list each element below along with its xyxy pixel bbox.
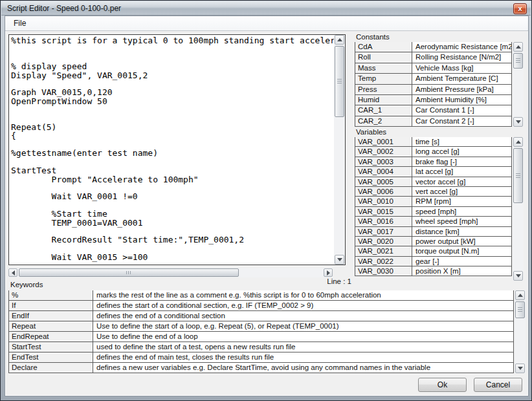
variable-row[interactable]: VAR_0016 wheel speed [mph] <box>355 216 512 226</box>
scroll-up-button[interactable] <box>335 35 344 45</box>
script-editor[interactable]: %this script is for a typical 0 to 100mp… <box>8 34 346 265</box>
constant-row[interactable]: Press Ambient Pressure [kPa] <box>355 84 512 95</box>
variable-name: VAR_0001 <box>355 137 412 146</box>
keyword-row[interactable]: Declare defines a new user variables e.g… <box>8 362 514 373</box>
constant-row[interactable]: Temp Ambient Temperature [C] <box>355 73 512 84</box>
constant-row[interactable]: CAR_1 Car Constant 1 [-] <box>355 105 512 116</box>
keyword-row[interactable]: EndIf defines the end of a conditional s… <box>8 310 514 321</box>
variable-row[interactable]: VAR_0030 position X [m] <box>355 266 512 276</box>
scroll-down-button[interactable] <box>515 363 525 373</box>
constant-name: Mass <box>355 63 412 73</box>
cancel-button[interactable]: Cancel <box>474 378 522 392</box>
variable-description: RPM [rpm] <box>412 197 511 206</box>
menu-file[interactable]: File <box>5 16 34 30</box>
constants-label: Constants <box>356 33 390 41</box>
variable-name: VAR_0002 <box>355 147 412 156</box>
keyword-description: used to define the start of a test, open… <box>93 342 513 352</box>
variable-row[interactable]: VAR_0010 RPM [rpm] <box>355 196 512 206</box>
keyword-row[interactable]: Repeat Use to define the start of a loop… <box>8 321 514 332</box>
titlebar[interactable]: Script Editor - Speed 0-100-0.per x <box>1 1 531 16</box>
variable-row[interactable]: VAR_0002 long accel [g] <box>355 146 512 157</box>
keywords-scroll-thumb[interactable] <box>515 301 525 318</box>
scroll-left-icon <box>12 270 15 276</box>
variable-name: VAR_0016 <box>355 217 412 226</box>
keyword-description: defines the end of main test, closes the… <box>93 352 513 362</box>
keyword-description: Use to define the end of a loop <box>93 332 513 341</box>
close-button[interactable]: x <box>513 3 527 14</box>
constant-name: CAR_1 <box>355 105 412 115</box>
variable-row[interactable]: VAR_0005 vector accel [g] <box>355 177 512 187</box>
constant-row[interactable]: Humid Ambient Humidity [%] <box>355 94 512 105</box>
scroll-up-icon <box>518 294 523 297</box>
scroll-up-button[interactable] <box>513 137 523 147</box>
scroll-right-button[interactable] <box>324 268 333 277</box>
variables-table: VAR_0001 time [s] VAR_0002 long accel [g… <box>355 137 512 281</box>
constant-description: Ambient Pressure [kPa] <box>412 85 511 94</box>
constant-row[interactable]: Roll Rolling Resistance [N/m2] <box>355 52 512 63</box>
scroll-right-icon <box>327 270 330 276</box>
constant-description: Vehicle Mass [kg] <box>412 63 511 73</box>
constants-scrollbar[interactable] <box>513 42 524 127</box>
variable-description: brake flag [-] <box>412 157 511 166</box>
constant-row[interactable]: CAR_2 Car Constant 2 [-] <box>355 116 512 127</box>
keyword-name: StartTest <box>9 342 93 352</box>
scroll-down-icon <box>337 258 342 261</box>
keyword-description: defines the end of a conditional section <box>93 311 513 321</box>
variables-scroll-thumb[interactable] <box>513 148 523 203</box>
variable-row[interactable]: VAR_0020 power output [kW] <box>355 236 512 246</box>
editor-hscroll-thumb[interactable] <box>19 268 239 277</box>
script-code[interactable]: %this script is for a typical 0 to 100mp… <box>9 35 334 265</box>
constant-row[interactable]: CdA Aerodynamic Resistance [m2] <box>355 42 512 52</box>
variable-description: position X [m] <box>412 266 511 276</box>
script-editor-window: Script Editor - Speed 0-100-0.per x File… <box>0 0 532 401</box>
constant-row[interactable]: Mass Vehicle Mass [kg] <box>355 63 512 74</box>
keyword-row[interactable]: % marks the rest of the line as a commen… <box>8 290 514 301</box>
keyword-name: EndIf <box>9 311 93 321</box>
scroll-down-button[interactable] <box>513 271 523 281</box>
variables-scrollbar[interactable] <box>513 137 524 281</box>
variable-row[interactable]: VAR_0021 torque output [N.m] <box>355 246 512 256</box>
variable-description: speed [mph] <box>412 207 511 216</box>
variable-description: time [s] <box>412 137 511 146</box>
keywords-label: Keywords <box>10 281 43 288</box>
scroll-down-icon <box>516 120 521 124</box>
editor-vertical-scrollbar[interactable] <box>334 35 345 265</box>
keyword-description: defines a new user variables e.g. Declar… <box>93 363 513 373</box>
ok-button[interactable]: Ok <box>418 378 467 392</box>
variable-name: VAR_0015 <box>355 207 412 216</box>
editor-horizontal-scrollbar[interactable] <box>8 268 333 277</box>
scroll-down-button[interactable] <box>513 117 523 127</box>
variable-description: vector accel [g] <box>412 177 511 186</box>
scroll-up-button[interactable] <box>513 42 523 52</box>
variable-description: power output [kW] <box>412 237 511 246</box>
constant-name: CdA <box>355 42 412 52</box>
constant-name: CAR_2 <box>355 116 412 126</box>
variable-row[interactable]: VAR_0006 vert accel [g] <box>355 186 512 197</box>
variable-description: gear [-] <box>412 257 511 266</box>
keyword-row[interactable]: EndTest defines the end of main test, cl… <box>8 352 514 363</box>
variable-row[interactable]: VAR_0003 brake flag [-] <box>355 157 512 167</box>
keywords-scrollbar[interactable] <box>515 290 526 373</box>
variable-row[interactable]: VAR_0001 time [s] <box>355 137 512 147</box>
variable-description: vert accel [g] <box>412 187 511 196</box>
keyword-description: marks the rest of the line as a comment … <box>93 290 513 300</box>
constant-description: Car Constant 1 [-] <box>412 105 511 115</box>
scroll-left-button[interactable] <box>8 268 17 277</box>
constants-scroll-thumb[interactable] <box>513 53 523 69</box>
variable-row[interactable]: VAR_0015 speed [mph] <box>355 206 512 217</box>
editor-vscroll-thumb[interactable] <box>335 46 344 117</box>
variable-name: VAR_0003 <box>355 157 412 166</box>
keyword-row[interactable]: EndRepeat Use to define the end of a loo… <box>8 331 514 342</box>
line-status: Line : 1 <box>298 277 351 285</box>
variable-row[interactable]: VAR_0022 gear [-] <box>355 256 512 266</box>
keywords-table: % marks the rest of the line as a commen… <box>8 290 514 373</box>
scroll-down-button[interactable] <box>335 255 344 265</box>
keyword-row[interactable]: If defines the start of a conditional se… <box>8 300 514 311</box>
scroll-up-button[interactable] <box>515 290 525 300</box>
window-title: Script Editor - Speed 0-100-0.per <box>7 4 121 13</box>
variable-name: VAR_0006 <box>355 187 412 196</box>
keyword-row[interactable]: StartTest used to define the start of a … <box>8 341 514 352</box>
constant-description: Aerodynamic Resistance [m2] <box>412 42 511 52</box>
variable-row[interactable]: VAR_0004 lat accel [g] <box>355 166 512 177</box>
variable-row[interactable]: VAR_0017 distance [km] <box>355 226 512 237</box>
